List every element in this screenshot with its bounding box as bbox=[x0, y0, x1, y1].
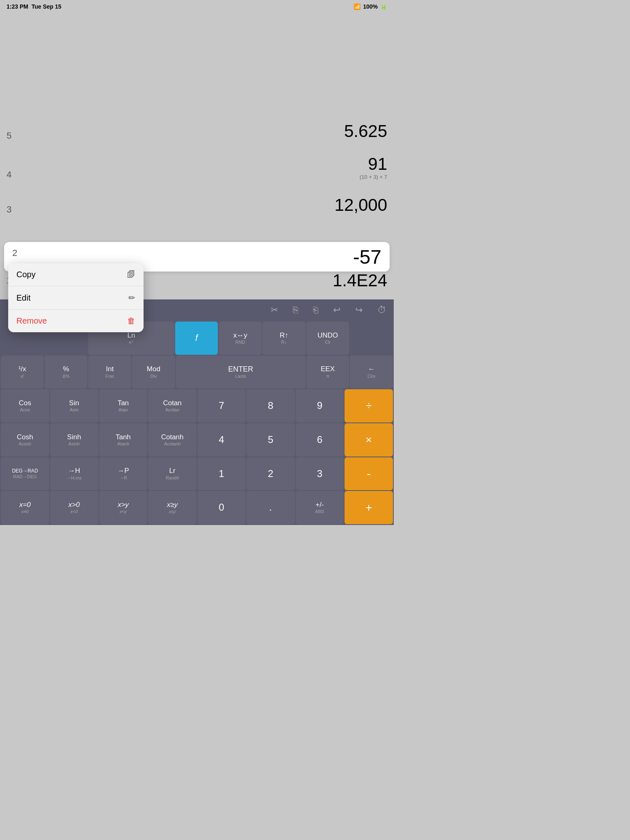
key-row-2: ¹/x x! % Δ% Int Frac Mod Div ENTER Lastx… bbox=[1, 356, 393, 389]
key-negate[interactable]: +/- ABS bbox=[296, 491, 344, 524]
cut-button[interactable]: ✂ bbox=[267, 303, 281, 317]
key-cosh[interactable]: Cosh Acosh bbox=[1, 423, 49, 457]
copy-icon: 🗐 bbox=[127, 270, 135, 279]
history-row-5: 5 5.625 bbox=[0, 121, 394, 141]
key-percent[interactable]: % Δ% bbox=[45, 356, 88, 389]
row-value-5: 5.625 bbox=[344, 121, 387, 141]
status-time: 1:23 PM Tue Sep 15 bbox=[7, 3, 62, 10]
key-sin[interactable]: Sin Asin bbox=[50, 389, 98, 422]
remove-label: Remove bbox=[16, 316, 47, 326]
trash-icon: 🗑 bbox=[127, 316, 135, 326]
copy-toolbar-button[interactable]: ⎘ bbox=[290, 303, 301, 317]
edit-icon: ✏ bbox=[128, 293, 135, 303]
key-0[interactable]: 0 bbox=[197, 491, 246, 524]
redo-button[interactable]: ↪ bbox=[352, 303, 366, 317]
key-9[interactable]: 9 bbox=[296, 389, 344, 422]
key-eex[interactable]: EEX π bbox=[306, 356, 349, 389]
key-7[interactable]: 7 bbox=[197, 389, 246, 422]
row-value-4: 91 bbox=[360, 154, 387, 174]
key-subtract[interactable]: - bbox=[345, 457, 393, 491]
key-row-4: Cosh Acosh Sinh Asinh Tanh Atanh Cotanh … bbox=[1, 423, 393, 457]
key-cos[interactable]: Cos Acos bbox=[1, 389, 49, 422]
context-remove[interactable]: Remove 🗑 bbox=[8, 310, 144, 332]
key-5[interactable]: 5 bbox=[247, 423, 295, 457]
key-cotan[interactable]: Cotan Acotan bbox=[148, 389, 196, 422]
undo-button[interactable]: ↩ bbox=[330, 303, 344, 317]
key-backspace[interactable]: ← Clrx bbox=[350, 356, 393, 389]
row-number-5: 5 bbox=[7, 130, 19, 141]
key-mod[interactable]: Mod Div bbox=[132, 356, 175, 389]
context-copy[interactable]: Copy 🗐 bbox=[8, 263, 144, 286]
context-menu: Copy 🗐 Edit ✏ Remove 🗑 bbox=[8, 263, 144, 332]
key-tan[interactable]: Tan Atan bbox=[99, 389, 148, 422]
key-xgty[interactable]: x>y x<y bbox=[99, 491, 148, 524]
key-3[interactable]: 3 bbox=[296, 457, 344, 491]
key-f[interactable]: f bbox=[175, 322, 218, 355]
key-tanh[interactable]: Tanh Atanh bbox=[99, 423, 148, 457]
key-xeq0[interactable]: x=0 x≠0 bbox=[1, 491, 49, 524]
row-value-1: 1.4E24 bbox=[333, 271, 387, 290]
key-2[interactable]: 2 bbox=[247, 457, 295, 491]
key-4[interactable]: 4 bbox=[197, 423, 246, 457]
key-undo[interactable]: UNDO Clr bbox=[306, 322, 349, 355]
history-row-3: 3 12,000 bbox=[0, 195, 394, 215]
battery-icon: 🔋 bbox=[380, 3, 387, 10]
row-number-3: 3 bbox=[7, 204, 19, 215]
key-add[interactable]: + bbox=[345, 491, 393, 524]
key-lr[interactable]: Lr Rand# bbox=[148, 457, 196, 491]
key-row-3: Cos Acos Sin Asin Tan Atan Cotan Acotan … bbox=[1, 389, 393, 422]
row-number-4: 4 bbox=[7, 169, 19, 180]
key-int[interactable]: Int Frac bbox=[88, 356, 131, 389]
key-to-p[interactable]: →P →R bbox=[99, 457, 148, 491]
key-8[interactable]: 8 bbox=[247, 389, 295, 422]
key-rup[interactable]: R↑ R↓ bbox=[262, 322, 306, 355]
key-cotanh[interactable]: Cotanh Acotanh bbox=[148, 423, 196, 457]
key-decimal[interactable]: . bbox=[247, 491, 295, 524]
key-inverse[interactable]: ¹/x x! bbox=[1, 356, 44, 389]
current-entry-value: -57 bbox=[353, 246, 381, 268]
status-right: 📶 100% 🔋 bbox=[354, 3, 387, 10]
current-entry-row: 2 bbox=[12, 248, 17, 258]
edit-label: Edit bbox=[16, 293, 30, 303]
key-row-6: x=0 x≠0 x>0 x<0 x>y x<y x≥y x≤y 0 . +/- … bbox=[1, 491, 393, 524]
key-sinh[interactable]: Sinh Asinh bbox=[50, 423, 98, 457]
key-xswapy[interactable]: x↔y RND bbox=[219, 322, 262, 355]
row-value-3: 12,000 bbox=[335, 195, 387, 215]
key-divide[interactable]: ÷ bbox=[345, 389, 393, 422]
key-xgey[interactable]: x≥y x≤y bbox=[148, 491, 196, 524]
copy-label: Copy bbox=[16, 270, 36, 279]
battery-percent: 100% bbox=[363, 3, 378, 10]
key-xgt0[interactable]: x>0 x<0 bbox=[50, 491, 98, 524]
paste-button[interactable]: ⎗ bbox=[310, 303, 322, 317]
key-to-h[interactable]: →H →H,ms bbox=[50, 457, 98, 491]
key-deg-rad[interactable]: DEG→RAD RAD→DEG bbox=[1, 457, 49, 491]
status-bar: 1:23 PM Tue Sep 15 📶 100% 🔋 bbox=[0, 0, 394, 13]
key-row-5: DEG→RAD RAD→DEG →H →H,ms →P →R Lr Rand# … bbox=[1, 457, 393, 491]
history-button[interactable]: ⏱ bbox=[374, 303, 390, 317]
history-row-4: 4 91 (10 + 3) × 7 bbox=[0, 154, 394, 180]
key-enter[interactable]: ENTER Lastx bbox=[176, 356, 306, 389]
row-sub-4: (10 + 3) × 7 bbox=[360, 174, 387, 180]
key-multiply[interactable]: × bbox=[345, 423, 393, 457]
keyboard: Ln eˣ f x↔y RND R↑ R↓ UNDO Clr ¹/x x! % … bbox=[0, 321, 394, 525]
wifi-icon: 📶 bbox=[354, 3, 361, 10]
key-1[interactable]: 1 bbox=[197, 457, 246, 491]
key-6[interactable]: 6 bbox=[296, 423, 344, 457]
context-edit[interactable]: Edit ✏ bbox=[8, 286, 144, 310]
